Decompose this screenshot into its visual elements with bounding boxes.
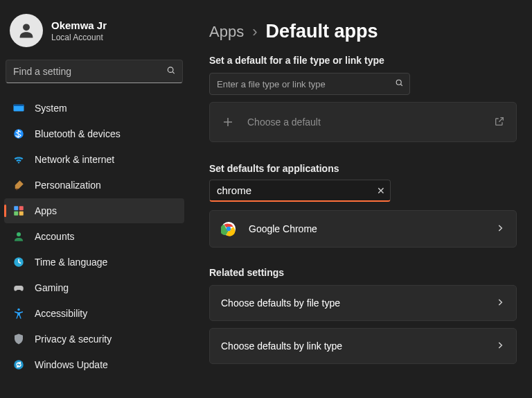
app-search-input[interactable] xyxy=(209,180,391,202)
page-title: Default apps xyxy=(265,21,378,42)
bluetooth-icon xyxy=(12,128,25,140)
nav-item-bluetooth[interactable]: Bluetooth & devices xyxy=(4,121,184,146)
svg-rect-5 xyxy=(14,206,18,210)
app-search[interactable]: ✕ xyxy=(209,180,391,202)
nav-item-system[interactable]: System xyxy=(4,96,184,121)
nav-label: Time & language xyxy=(35,257,107,268)
main-content: Apps › Default apps Set a default for a … xyxy=(188,0,532,398)
gaming-icon xyxy=(12,282,25,294)
nav-label: System xyxy=(35,103,67,114)
profile-name: Okemwa Jr xyxy=(51,19,107,31)
avatar xyxy=(10,14,43,47)
settings-nav: System Bluetooth & devices Network & int… xyxy=(4,96,184,377)
svg-rect-8 xyxy=(19,211,24,216)
search-icon xyxy=(395,78,404,89)
profile-block[interactable]: Okemwa Jr Local Account xyxy=(4,10,184,60)
person-icon xyxy=(17,21,36,40)
nav-label: Accounts xyxy=(35,231,75,242)
choose-default-label: Choose a default xyxy=(247,116,321,128)
sidebar-search-input[interactable] xyxy=(6,60,183,83)
nav-item-apps[interactable]: Apps xyxy=(4,198,184,223)
accessibility-icon xyxy=(12,307,25,320)
nav-label: Network & internet xyxy=(35,154,114,165)
nav-label: Privacy & security xyxy=(35,334,112,345)
related-label: Choose defaults by link type xyxy=(221,340,342,352)
nav-item-accessibility[interactable]: Accessibility xyxy=(4,301,184,326)
nav-item-privacy[interactable]: Privacy & security xyxy=(4,327,184,352)
nav-label: Personalization xyxy=(35,180,101,191)
app-result-label: Google Chrome xyxy=(249,223,317,234)
settings-sidebar: Okemwa Jr Local Account System Bluetooth… xyxy=(0,0,188,398)
system-icon xyxy=(12,102,25,114)
nav-item-personalization[interactable]: Personalization xyxy=(4,173,184,198)
svg-point-12 xyxy=(14,360,24,370)
related-link-type[interactable]: Choose defaults by link type xyxy=(209,328,517,364)
svg-rect-6 xyxy=(19,206,24,210)
chevron-right-icon xyxy=(495,297,505,309)
clear-icon[interactable]: ✕ xyxy=(377,185,385,196)
open-external-icon xyxy=(494,116,505,129)
filetype-input[interactable] xyxy=(209,73,410,95)
related-label: Choose defaults by file type xyxy=(221,297,340,309)
svg-point-13 xyxy=(396,80,401,85)
breadcrumb-parent[interactable]: Apps xyxy=(209,23,244,41)
profile-subtitle: Local Account xyxy=(51,33,107,42)
filetype-search[interactable] xyxy=(209,73,410,95)
accounts-icon xyxy=(12,230,25,243)
nav-label: Windows Update xyxy=(35,359,108,370)
nav-label: Accessibility xyxy=(35,308,87,319)
app-result-google-chrome[interactable]: Google Chrome xyxy=(209,210,517,248)
chevron-right-icon xyxy=(495,223,505,235)
nav-label: Apps xyxy=(35,205,57,216)
nav-item-gaming[interactable]: Gaming xyxy=(4,275,184,300)
chrome-icon xyxy=(221,221,236,236)
nav-item-update[interactable]: Windows Update xyxy=(4,352,184,377)
nav-item-accounts[interactable]: Accounts xyxy=(4,224,184,249)
breadcrumb: Apps › Default apps xyxy=(209,21,517,42)
nav-item-time[interactable]: Time & language xyxy=(4,250,184,275)
svg-rect-3 xyxy=(14,105,24,106)
svg-point-0 xyxy=(23,24,30,31)
clock-icon xyxy=(12,256,25,268)
related-heading: Related settings xyxy=(209,267,517,278)
svg-rect-7 xyxy=(14,211,18,216)
update-icon xyxy=(12,358,25,371)
sidebar-search[interactable] xyxy=(6,60,183,83)
shield-icon xyxy=(12,333,25,345)
paintbrush-icon xyxy=(12,179,25,191)
wifi-icon xyxy=(12,153,25,166)
chevron-right-icon: › xyxy=(252,23,257,41)
nav-item-network[interactable]: Network & internet xyxy=(4,147,184,172)
chevron-right-icon xyxy=(495,340,505,352)
nav-label: Gaming xyxy=(35,282,69,293)
apps-heading: Set defaults for applications xyxy=(209,163,517,174)
choose-default-card[interactable]: Choose a default xyxy=(209,102,517,142)
filetype-heading: Set a default for a file type or link ty… xyxy=(209,55,517,66)
nav-label: Bluetooth & devices xyxy=(35,128,121,139)
svg-point-9 xyxy=(17,232,21,236)
apps-icon xyxy=(12,205,25,217)
related-file-type[interactable]: Choose defaults by file type xyxy=(209,285,517,321)
svg-point-11 xyxy=(17,309,19,311)
plus-icon xyxy=(221,115,235,129)
